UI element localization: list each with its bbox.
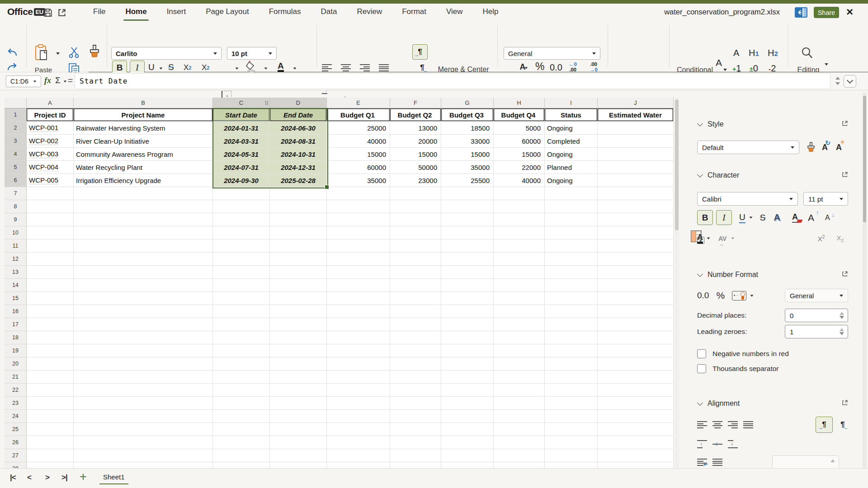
cell-A22[interactable]: [27, 384, 74, 397]
select-all-corner[interactable]: [5, 98, 27, 108]
cell-F22[interactable]: [390, 384, 441, 397]
cell-D26[interactable]: [270, 436, 327, 449]
decimal-places-stepper[interactable]: 0: [785, 309, 848, 322]
cell-A7[interactable]: [27, 187, 74, 200]
row-header-8[interactable]: 8: [5, 200, 27, 213]
cell-G5[interactable]: 35000: [441, 161, 494, 174]
cell-H7[interactable]: [494, 187, 545, 200]
function-wizard-icon[interactable]: fx: [44, 76, 51, 85]
cell-E8[interactable]: [327, 200, 390, 213]
sidebar-underline-button[interactable]: U: [739, 212, 745, 223]
cell-A10[interactable]: [27, 226, 74, 239]
cell-A3[interactable]: WCP-002: [27, 135, 74, 148]
clone-formatting-icon[interactable]: [807, 141, 816, 153]
cell-D24[interactable]: [270, 410, 327, 423]
cell-D27[interactable]: [270, 449, 327, 462]
cell-C2[interactable]: 2024-01-31: [213, 122, 270, 135]
cell-I14[interactable]: [545, 279, 598, 292]
cell-B25[interactable]: [74, 423, 213, 436]
cell-B4[interactable]: Community Awareness Program: [74, 148, 213, 161]
font-color-icon[interactable]: A: [278, 61, 284, 72]
cell-H25[interactable]: [494, 423, 545, 436]
cell-A4[interactable]: WCP-003: [27, 148, 74, 161]
cell-I9[interactable]: [545, 213, 598, 226]
cell-C21[interactable]: [213, 371, 270, 384]
cell-G9[interactable]: [441, 213, 494, 226]
menu-item-page-layout[interactable]: Page Layout: [198, 5, 256, 20]
character-section-header[interactable]: Character: [697, 170, 848, 180]
row-header-16[interactable]: 16: [5, 305, 27, 318]
first-sheet-icon[interactable]: |<: [10, 473, 16, 482]
cell-D15[interactable]: [270, 292, 327, 305]
cell-I24[interactable]: [545, 410, 598, 423]
cell-H16[interactable]: [494, 305, 545, 318]
cell-H1[interactable]: Budget Q4: [494, 108, 545, 122]
alignment-popout-icon[interactable]: [842, 399, 848, 408]
cell-I4[interactable]: Ongoing: [545, 148, 598, 161]
cell-J20[interactable]: [598, 357, 674, 371]
cell-D5[interactable]: 2024-12-31: [270, 161, 327, 174]
cell-I20[interactable]: [545, 357, 598, 371]
cell-D19[interactable]: [270, 344, 327, 357]
cell-E15[interactable]: [327, 292, 390, 305]
cell-A19[interactable]: [27, 344, 74, 357]
clone-formatting-icon[interactable]: [89, 44, 100, 59]
cell-I10[interactable]: [545, 226, 598, 239]
cell-F28[interactable]: [390, 462, 441, 468]
sheet-tab-sheet1[interactable]: Sheet1: [99, 471, 128, 484]
cell-E19[interactable]: [327, 344, 390, 357]
cell-H8[interactable]: [494, 200, 545, 213]
cell-B9[interactable]: [74, 213, 213, 226]
menu-item-help[interactable]: Help: [476, 5, 506, 20]
cell-J1[interactable]: Estimated Water: [598, 108, 674, 122]
column-header-A[interactable]: A: [27, 98, 74, 108]
row-header-25[interactable]: 25: [5, 423, 27, 436]
number-format-popout-icon[interactable]: [842, 271, 848, 279]
cell-B11[interactable]: [74, 239, 213, 253]
cell-C1[interactable]: Start Date: [213, 108, 270, 122]
row-header-19[interactable]: 19: [5, 344, 27, 357]
cell-F3[interactable]: 20000: [390, 135, 441, 148]
sidebar-font-color-caret[interactable]: [707, 237, 710, 239]
cell-D16[interactable]: [270, 305, 327, 318]
cell-F18[interactable]: [390, 331, 441, 344]
row-header-24[interactable]: 24: [5, 410, 27, 423]
cell-H13[interactable]: [494, 266, 545, 279]
cell-I8[interactable]: [545, 200, 598, 213]
search-icon[interactable]: [800, 46, 814, 60]
column-header-I[interactable]: I: [545, 98, 598, 108]
cell-B10[interactable]: [74, 226, 213, 239]
formula-bar-scroll-up-icon[interactable]: [835, 77, 840, 80]
cell-E4[interactable]: 15000: [327, 148, 390, 161]
cell-G10[interactable]: [441, 226, 494, 239]
cell-I11[interactable]: [545, 239, 598, 253]
sidebar-percent-icon[interactable]: %: [716, 290, 725, 301]
font-size-select[interactable]: 10 pt: [227, 47, 277, 60]
cell-A8[interactable]: [27, 200, 74, 213]
cell-J8[interactable]: [598, 200, 674, 213]
add-decimal-icon[interactable]: .00→0: [590, 61, 598, 72]
row-header-17[interactable]: 17: [5, 318, 27, 331]
cell-D3[interactable]: 2024-08-31: [270, 135, 327, 148]
cell-C27[interactable]: [213, 449, 270, 462]
add-sheet-icon[interactable]: +: [80, 470, 87, 484]
cell-F19[interactable]: [390, 344, 441, 357]
cell-G14[interactable]: [441, 279, 494, 292]
cell-I18[interactable]: [545, 331, 598, 344]
cell-E24[interactable]: [327, 410, 390, 423]
equals-icon[interactable]: =: [68, 75, 73, 85]
cell-J13[interactable]: [598, 266, 674, 279]
cell-D9[interactable]: [270, 213, 327, 226]
cell-G17[interactable]: [441, 318, 494, 331]
cell-G11[interactable]: [441, 239, 494, 253]
cell-J4[interactable]: [598, 148, 674, 161]
grid-scrollbar-thumb[interactable]: [675, 99, 679, 230]
cell-B28[interactable]: [74, 462, 213, 468]
cell-B6[interactable]: Irrigation Efficiency Upgrade: [74, 174, 213, 187]
cell-A24[interactable]: [27, 410, 74, 423]
cell-F5[interactable]: 50000: [390, 161, 441, 174]
row-header-5[interactable]: 5: [5, 161, 27, 174]
cell-B12[interactable]: [74, 253, 213, 266]
cell-F10[interactable]: [390, 226, 441, 239]
cell-I3[interactable]: Completed: [545, 135, 598, 148]
